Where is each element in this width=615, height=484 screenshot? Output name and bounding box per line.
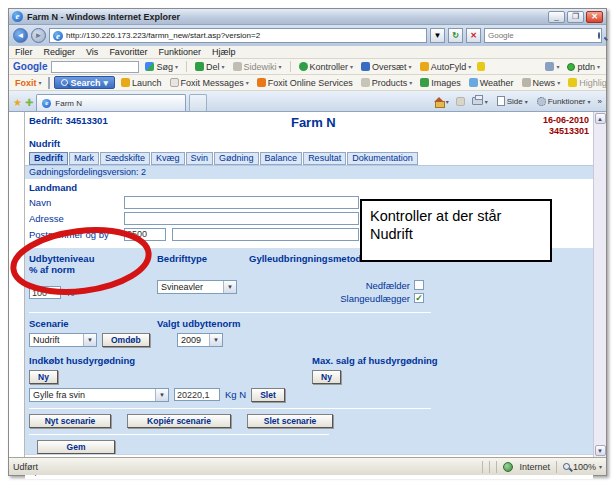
menu-favoritter[interactable]: Favoritter bbox=[109, 47, 147, 57]
new-max-sale-button[interactable]: Ny bbox=[312, 370, 341, 384]
tab-dokumentation[interactable]: Dokumentation bbox=[347, 152, 418, 165]
wrench-icon bbox=[545, 62, 554, 71]
address-field[interactable]: e bbox=[49, 28, 427, 43]
search-input[interactable] bbox=[488, 31, 598, 40]
menu-vis[interactable]: Vis bbox=[86, 47, 98, 57]
nedfaelder-checkbox[interactable] bbox=[414, 280, 424, 290]
feeds-icon[interactable] bbox=[456, 97, 465, 106]
gear-icon bbox=[537, 97, 546, 106]
address-dropdown-button[interactable]: ▼ bbox=[430, 28, 445, 43]
navn-input[interactable] bbox=[124, 196, 359, 209]
adresse-label: Adresse bbox=[29, 213, 124, 224]
tab-saedskifte[interactable]: Sædskifte bbox=[100, 152, 150, 165]
tab-kvaeg[interactable]: Kvæg bbox=[151, 152, 185, 165]
stop-button[interactable]: ✕ bbox=[466, 28, 481, 43]
window-title: Farm N - Windows Internet Explorer bbox=[27, 12, 546, 22]
foxit-weather-button[interactable]: Weather bbox=[467, 78, 516, 88]
foxit-brand-button[interactable]: Foxit▾ bbox=[13, 78, 44, 88]
menu-bar: Filer Rediger Vis Favoritter Funktioner … bbox=[9, 46, 606, 59]
udbyttenorm-header: Valgt udbyttenorm bbox=[157, 318, 240, 329]
google-spellcheck-button[interactable]: Kontroller▾ bbox=[297, 62, 356, 72]
internet-zone-label: Internet bbox=[519, 462, 550, 472]
tab-mark[interactable]: Mark bbox=[69, 152, 99, 165]
tab-resultat[interactable]: Resultat bbox=[303, 152, 346, 165]
delete-scenario-button[interactable]: Slet scenarie bbox=[247, 414, 333, 428]
print-button[interactable]: ▾ bbox=[470, 97, 490, 105]
date-and-farm-number: 16-06-2010 34513301 bbox=[519, 115, 589, 137]
landmand-header: Landmand bbox=[29, 182, 589, 193]
page-menu-button[interactable]: Side▾ bbox=[495, 96, 530, 106]
google-translate-button[interactable]: Oversæt▾ bbox=[359, 62, 414, 72]
zoom-control[interactable]: 100% ▾ bbox=[563, 462, 602, 472]
delete-manure-button[interactable]: Slet bbox=[251, 388, 285, 402]
tab-svin[interactable]: Svin bbox=[186, 152, 214, 165]
home-button[interactable]: ▾ bbox=[432, 97, 451, 106]
by-input[interactable] bbox=[172, 228, 359, 241]
restore-button[interactable]: ❐ bbox=[567, 11, 584, 23]
foxit-products-button[interactable]: Products▾ bbox=[359, 78, 415, 88]
slangeudlaegger-checkbox[interactable]: ✓ bbox=[414, 293, 424, 303]
foxit-news-button[interactable]: News▾ bbox=[520, 78, 563, 88]
google-share-button[interactable]: Del▾ bbox=[193, 62, 227, 72]
foxit-search-button[interactable]: Search▾ bbox=[54, 76, 116, 89]
scenarie-select[interactable]: Nudrift▼ bbox=[29, 333, 97, 347]
menu-funktioner[interactable]: Funktioner bbox=[158, 47, 201, 57]
add-favorite-icon[interactable]: ✚ bbox=[25, 95, 33, 111]
foxit-highlight-button[interactable]: Highlight bbox=[566, 78, 606, 88]
adresse-input[interactable] bbox=[124, 212, 359, 225]
foxit-launch-button[interactable]: Launch bbox=[119, 78, 164, 88]
toolbar-overflow-chevron[interactable]: » bbox=[598, 97, 602, 106]
save-button[interactable]: Gem bbox=[37, 440, 115, 454]
menu-filer[interactable]: Filer bbox=[15, 47, 33, 57]
page-favicon: e bbox=[53, 31, 63, 41]
tab-goedning[interactable]: Gødning bbox=[214, 152, 259, 165]
rename-scenario-button[interactable]: Omdøb bbox=[102, 333, 150, 347]
menu-rediger[interactable]: Rediger bbox=[44, 47, 76, 57]
google-autofill-button[interactable]: AutoFyld▾ bbox=[418, 62, 474, 72]
search-icon bbox=[61, 79, 68, 86]
favorites-star-icon[interactable]: ★ bbox=[13, 95, 22, 111]
copy-scenario-button[interactable]: Kopiér scenarie bbox=[127, 414, 231, 428]
toolbar-settings-button[interactable]: ▾ bbox=[543, 62, 561, 71]
scroll-up-icon[interactable]: ▲ bbox=[595, 113, 606, 124]
search-box[interactable] bbox=[484, 28, 602, 43]
scroll-down-icon[interactable]: ▼ bbox=[595, 445, 606, 456]
manure-type-select[interactable]: Gylle fra svin▼ bbox=[29, 388, 169, 402]
foxit-images-button[interactable]: Images bbox=[418, 78, 463, 88]
minimize-button[interactable]: _ bbox=[548, 11, 565, 23]
new-manure-button[interactable]: Ny bbox=[29, 370, 58, 384]
search-icon bbox=[598, 32, 600, 39]
tab-bedrift[interactable]: Bedrift bbox=[29, 152, 68, 165]
forward-button[interactable]: ► bbox=[31, 28, 46, 43]
new-tab-stub[interactable] bbox=[189, 94, 207, 111]
google-user-button[interactable]: ptdn▾ bbox=[565, 62, 602, 72]
divider bbox=[29, 312, 431, 313]
internet-zone-icon bbox=[503, 462, 513, 472]
refresh-button[interactable]: ↻ bbox=[448, 28, 463, 43]
images-icon bbox=[420, 78, 429, 87]
close-button[interactable]: ✕ bbox=[586, 11, 603, 23]
bedrifttype-select[interactable]: Svineavler▼ bbox=[157, 280, 237, 294]
tab-balance[interactable]: Balance bbox=[260, 152, 303, 165]
back-button[interactable]: ◄ bbox=[13, 28, 28, 43]
udbyttenorm-select[interactable]: 2009▼ bbox=[177, 333, 223, 347]
page-icon bbox=[497, 96, 505, 106]
vertical-scrollbar[interactable]: ▲ ▼ bbox=[593, 112, 606, 457]
online-services-icon bbox=[257, 78, 266, 87]
manure-amount-input[interactable] bbox=[174, 388, 220, 401]
postnummer-input[interactable] bbox=[124, 228, 166, 241]
udbytteniveau-header: Udbytteniveau% af norm bbox=[29, 253, 157, 275]
google-sidewiki-button[interactable]: Sidewiki▾ bbox=[231, 62, 284, 72]
tab-farm-n[interactable]: e Farm N bbox=[36, 94, 186, 111]
foxit-messages-button[interactable]: Foxit Messages▾ bbox=[168, 78, 251, 88]
new-scenario-button[interactable]: Nyt scenarie bbox=[29, 414, 111, 428]
menu-hjaelp[interactable]: Hjælp bbox=[212, 47, 236, 57]
foxit-search-input[interactable] bbox=[48, 77, 50, 89]
url-input[interactable] bbox=[66, 31, 423, 40]
tools-menu-button[interactable]: Funktioner▾ bbox=[535, 97, 593, 106]
udbytteniveau-input[interactable] bbox=[29, 286, 61, 299]
google-search-input[interactable] bbox=[51, 61, 139, 73]
foxit-online-services-button[interactable]: Foxit Online Services bbox=[255, 78, 355, 88]
google-search-button[interactable]: Søg▾ bbox=[143, 62, 180, 72]
pen-icon[interactable] bbox=[477, 62, 485, 71]
